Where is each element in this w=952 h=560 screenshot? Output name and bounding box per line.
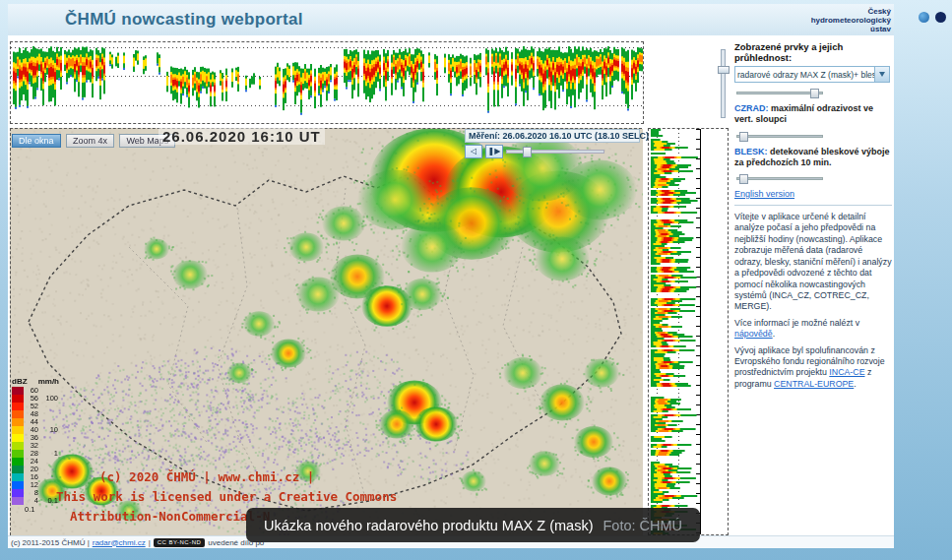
legend-bottom-tick: 0.1 (25, 506, 59, 514)
sidebar-title: Zobrazené prvky a jejich průhlednost: (734, 41, 892, 63)
radar-email-link[interactable]: radar@chmi.cz (93, 538, 146, 547)
czrad-description: CZRAD: maximální odrazivost ve vert. slo… (734, 103, 892, 126)
slider-handle[interactable] (739, 174, 748, 184)
chevron-down-icon (879, 72, 885, 77)
select-arrow-box[interactable] (874, 67, 889, 82)
time-slider[interactable] (506, 150, 604, 154)
cc-license-badge[interactable]: CC BY-NC-ND (154, 538, 206, 547)
strip-vertical-slider[interactable] (721, 49, 726, 118)
tab-dle-okna[interactable]: Dle okna (12, 134, 61, 148)
map-view-tabs: Dle okna Zoom 4x Web Maps (12, 130, 176, 148)
more-info-text: Více informací je možné nalézt v nápověd… (734, 318, 892, 341)
blesk-abbr: BLESK: (734, 147, 768, 156)
slider-handle[interactable] (739, 132, 748, 142)
slider-handle[interactable] (718, 66, 730, 74)
app-window: ČHMÚ nowcasting webportal Český hydromet… (8, 4, 894, 548)
measurement-label: Měření: 26.06.2020 16.10 UTC (18.10 SELC… (465, 129, 640, 143)
radar-timeseries-canvas (11, 42, 643, 123)
caption-credit: Foto: ČHMÚ (603, 518, 682, 533)
radar-legend: dBZ mm/h 6056100524844401036322812420161… (12, 378, 59, 514)
more-info-suffix: . (773, 329, 775, 339)
image-caption-overlay: Ukázka nového radarového produktu MAX Z … (246, 508, 700, 542)
copyright-line: This work is licensed under a Creative C… (56, 487, 397, 507)
org-name-line: hydrometeorologický (773, 16, 891, 25)
footer-separator: | (149, 538, 151, 547)
radar-timeseries-panel (10, 41, 644, 124)
footer-copyright: (c) 2011-2015 ČHMÚ | (11, 538, 90, 547)
animation-player: Měření: 26.06.2020 16.10 UTC (18.10 SELC… (465, 129, 640, 158)
page-title: ČHMÚ nowcasting webportal (65, 10, 303, 30)
central-europe-link[interactable]: CENTRAL-EUROPE (774, 379, 854, 389)
player-controls: ◁ ❚▶ (465, 145, 640, 158)
opacity-slider-layer[interactable] (736, 92, 823, 94)
copyright-line: (c) 2020 ČHMÚ | www.chmi.cz | (99, 467, 397, 487)
help-link[interactable]: nápovědě (734, 329, 773, 339)
time-slider-handle[interactable] (523, 147, 532, 157)
datetime-display: 26.06.2020 16:10 UT (159, 128, 325, 145)
welcome-text: Vítejte v aplikace určené k detailní ana… (734, 212, 892, 313)
radar-map-panel: Dle okna Zoom 4x Web Maps 26.06.2020 16:… (10, 128, 642, 535)
legend-dbz-label: dBZ (12, 378, 37, 386)
step-back-button[interactable]: ◁ (465, 145, 482, 158)
more-info-pre: Více informací je možné nalézt v (734, 318, 859, 328)
czrad-abbr: CZRAD: (734, 103, 769, 113)
org-name: Český hydrometeorologický ústav (773, 7, 891, 34)
content-area: Dle okna Zoom 4x Web Maps 26.06.2020 16:… (8, 35, 894, 535)
play-pause-button[interactable]: ❚▶ (485, 145, 503, 158)
slider-handle[interactable] (810, 89, 819, 98)
page-background: ČHMÚ nowcasting webportal Český hydromet… (0, 0, 952, 560)
radar-vertical-profile-panel (648, 128, 729, 535)
org-name-line: ústav (773, 25, 891, 33)
legend-mmh-label: mm/h (37, 378, 59, 386)
tab-zoom-4x[interactable]: Zoom 4x (66, 134, 114, 148)
funding-suffix: . (854, 379, 856, 389)
chmi-logo-icons (917, 8, 946, 26)
legend-header: dBZ mm/h (12, 378, 59, 386)
settings-sidebar: Zobrazené prvky a jejich průhlednost: ra… (734, 41, 892, 535)
inca-ce-link[interactable]: INCA-CE (829, 367, 864, 377)
chmi-logo-icon (919, 12, 929, 23)
radar-vertical-profile-canvas (649, 129, 728, 534)
chmi-logo-dark-icon (935, 12, 946, 23)
legend-row: 40.1 (12, 497, 59, 505)
opacity-slider-czrad[interactable] (736, 135, 823, 138)
layer-select[interactable]: radarové odrazy MAX Z (mask)+ blesky (734, 66, 890, 83)
funding-text: Vývoj aplikace byl spolufinancován z Evr… (734, 345, 892, 391)
org-name-line: Český (773, 7, 891, 16)
sidebar-divider (734, 205, 892, 206)
legend-rows: 60561005248444010363228124201612840.1 (12, 387, 59, 505)
layer-select-value: radarové odrazy MAX Z (mask)+ blesky (735, 70, 874, 80)
opacity-slider-blesk[interactable] (736, 177, 823, 180)
blesk-description: BLESK: detekované bleskové výboje za pře… (734, 147, 892, 169)
english-version-link[interactable]: English version (734, 189, 794, 199)
header: ČHMÚ nowcasting webportal Český hydromet… (8, 4, 894, 35)
caption-text: Ukázka nového radarového produktu MAX Z … (264, 518, 593, 533)
